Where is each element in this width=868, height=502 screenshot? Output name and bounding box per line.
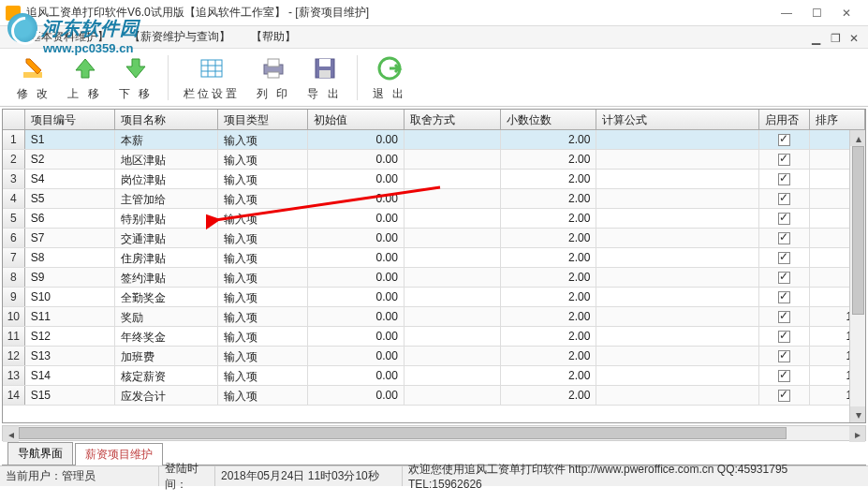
checkbox-icon[interactable] bbox=[778, 350, 790, 362]
cell-formula[interactable] bbox=[596, 248, 759, 267]
cell-code[interactable]: S10 bbox=[25, 288, 115, 306]
cell-dec[interactable]: 2.00 bbox=[501, 209, 597, 228]
menu-basic-data[interactable]: 【基本资料维护】 bbox=[19, 29, 109, 45]
scroll-down-icon[interactable]: ▾ bbox=[850, 406, 866, 422]
cell-type[interactable]: 输入项 bbox=[218, 150, 308, 169]
table-row[interactable]: 5S6特别津贴输入项0.002.005 bbox=[3, 209, 865, 229]
cell-type[interactable]: 输入项 bbox=[218, 327, 308, 346]
cell-formula[interactable] bbox=[596, 229, 759, 247]
cell-code[interactable]: S13 bbox=[25, 347, 115, 365]
cell-name[interactable]: 全勤奖金 bbox=[115, 288, 219, 306]
cell-enable[interactable] bbox=[759, 288, 809, 306]
checkbox-icon[interactable] bbox=[778, 252, 790, 264]
cell-type[interactable]: 输入项 bbox=[218, 130, 308, 149]
mdi-close-icon[interactable]: ✕ bbox=[849, 32, 861, 43]
table-row[interactable]: 10S11奖励输入项0.002.0010 bbox=[3, 307, 865, 327]
cell-init[interactable]: 0.00 bbox=[308, 229, 405, 247]
cell-formula[interactable] bbox=[596, 327, 759, 346]
cell-dec[interactable]: 2.00 bbox=[501, 327, 597, 346]
cell-enable[interactable] bbox=[759, 366, 809, 385]
cell-name[interactable]: 奖励 bbox=[115, 307, 219, 326]
cell-init[interactable]: 0.00 bbox=[308, 307, 405, 326]
cell-formula[interactable] bbox=[596, 150, 759, 169]
cell-init[interactable]: 0.00 bbox=[308, 327, 405, 346]
cell-enable[interactable] bbox=[759, 209, 809, 228]
cell-type[interactable]: 输入项 bbox=[218, 248, 308, 267]
checkbox-icon[interactable] bbox=[778, 173, 790, 185]
cell-enable[interactable] bbox=[759, 189, 809, 208]
cell-dec[interactable]: 2.00 bbox=[501, 130, 597, 149]
cell-code[interactable]: S2 bbox=[25, 150, 115, 169]
vertical-scrollbar[interactable]: ▴ ▾ bbox=[849, 130, 865, 422]
cell-round[interactable] bbox=[405, 347, 501, 365]
checkbox-icon[interactable] bbox=[778, 272, 790, 284]
cell-code[interactable]: S11 bbox=[25, 307, 115, 326]
header-code[interactable]: 项目编号 bbox=[25, 110, 115, 129]
cell-formula[interactable] bbox=[596, 347, 759, 365]
table-row[interactable]: 12S13加班费输入项0.002.0012 bbox=[3, 347, 865, 366]
cell-dec[interactable]: 2.00 bbox=[501, 150, 597, 169]
cell-enable[interactable] bbox=[759, 229, 809, 247]
cell-round[interactable] bbox=[405, 189, 501, 208]
cell-name[interactable]: 住房津贴 bbox=[115, 248, 219, 267]
cell-name[interactable]: 核定薪资 bbox=[115, 366, 219, 385]
table-row[interactable]: 14S15应发合计输入项0.002.0014 bbox=[3, 386, 865, 406]
table-row[interactable]: 1S1本薪输入项0.002.001 bbox=[3, 130, 865, 150]
cell-dec[interactable]: 2.00 bbox=[501, 170, 597, 188]
checkbox-icon[interactable] bbox=[778, 193, 790, 205]
header-round[interactable]: 取舍方式 bbox=[405, 110, 501, 129]
exit-button[interactable]: 退 出 bbox=[369, 52, 410, 104]
checkbox-icon[interactable] bbox=[778, 390, 790, 402]
close-button[interactable]: ✕ bbox=[840, 7, 853, 20]
cell-formula[interactable] bbox=[596, 307, 759, 326]
checkbox-icon[interactable] bbox=[778, 311, 790, 323]
cell-type[interactable]: 输入项 bbox=[218, 189, 308, 208]
cell-round[interactable] bbox=[405, 386, 501, 405]
cell-formula[interactable] bbox=[596, 209, 759, 228]
cell-init[interactable]: 0.00 bbox=[308, 366, 405, 385]
cell-enable[interactable] bbox=[759, 327, 809, 346]
cell-code[interactable]: S14 bbox=[25, 366, 115, 385]
cell-dec[interactable]: 2.00 bbox=[501, 307, 597, 326]
scroll-thumb-v[interactable] bbox=[852, 146, 864, 315]
checkbox-icon[interactable] bbox=[778, 154, 790, 166]
cell-dec[interactable]: 2.00 bbox=[501, 248, 597, 267]
cell-enable[interactable] bbox=[759, 150, 809, 169]
cell-name[interactable]: 交通津贴 bbox=[115, 229, 219, 247]
cell-round[interactable] bbox=[405, 130, 501, 149]
moveup-button[interactable]: 上 移 bbox=[64, 52, 105, 104]
data-grid[interactable]: 项目编号 项目名称 项目类型 初始值 取舍方式 小数位数 计算公式 启用否 排序… bbox=[2, 109, 866, 423]
cell-code[interactable]: S4 bbox=[25, 170, 115, 188]
cell-init[interactable]: 0.00 bbox=[308, 209, 405, 228]
cell-init[interactable]: 0.00 bbox=[308, 150, 405, 169]
cell-init[interactable]: 0.00 bbox=[308, 248, 405, 267]
cell-init[interactable]: 0.00 bbox=[308, 130, 405, 149]
cell-round[interactable] bbox=[405, 268, 501, 287]
header-formula[interactable]: 计算公式 bbox=[596, 110, 759, 129]
cell-name[interactable]: 应发合计 bbox=[115, 386, 219, 405]
cell-enable[interactable] bbox=[759, 170, 809, 188]
cell-dec[interactable]: 2.00 bbox=[501, 386, 597, 405]
cell-dec[interactable]: 2.00 bbox=[501, 366, 597, 385]
header-sort[interactable]: 排序 bbox=[810, 110, 865, 129]
cell-name[interactable]: 岗位津贴 bbox=[115, 170, 219, 188]
cell-dec[interactable]: 2.00 bbox=[501, 229, 597, 247]
cell-formula[interactable] bbox=[596, 268, 759, 287]
table-row[interactable]: 3S4岗位津贴输入项0.002.003 bbox=[3, 170, 865, 189]
print-button[interactable]: 列 印 bbox=[253, 52, 294, 104]
cell-formula[interactable] bbox=[596, 366, 759, 385]
cell-code[interactable]: S7 bbox=[25, 229, 115, 247]
cell-init[interactable]: 0.00 bbox=[308, 347, 405, 365]
table-row[interactable]: 7S8住房津贴输入项0.002.007 bbox=[3, 248, 865, 268]
cell-round[interactable] bbox=[405, 150, 501, 169]
cell-formula[interactable] bbox=[596, 288, 759, 306]
header-init[interactable]: 初始值 bbox=[308, 110, 405, 129]
checkbox-icon[interactable] bbox=[778, 291, 790, 303]
header-name[interactable]: 项目名称 bbox=[115, 110, 219, 129]
checkbox-icon[interactable] bbox=[778, 331, 790, 343]
cell-type[interactable]: 输入项 bbox=[218, 229, 308, 247]
cell-type[interactable]: 输入项 bbox=[218, 170, 308, 188]
mdi-restore-icon[interactable]: ❐ bbox=[831, 32, 842, 43]
movedown-button[interactable]: 下 移 bbox=[115, 52, 156, 104]
cell-formula[interactable] bbox=[596, 130, 759, 149]
